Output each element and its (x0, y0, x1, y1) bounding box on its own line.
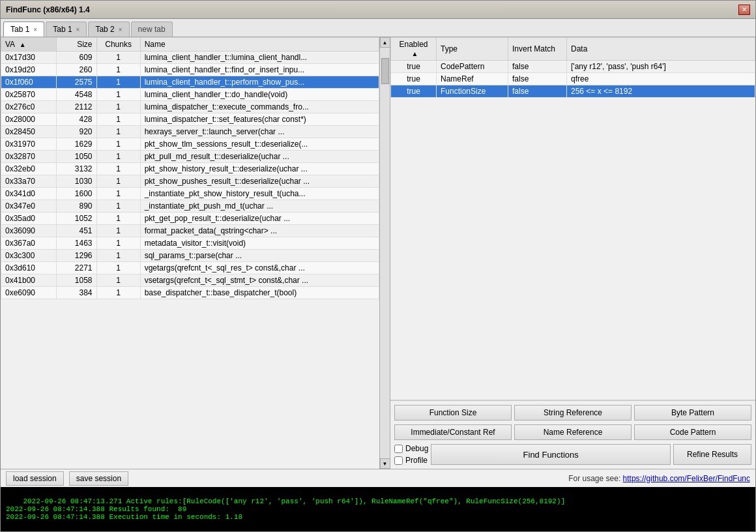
refine-results-button[interactable]: Refine Results (673, 444, 751, 465)
left-cell-size: 1629 (57, 138, 96, 151)
load-session-button[interactable]: load session (6, 471, 64, 486)
left-cell-va: 0x341d0 (1, 188, 57, 200)
left-table: VA ▲ Size Chunks Name 0x17d306091lumina_… (1, 37, 379, 299)
left-cell-size: 428 (57, 113, 96, 126)
col-header-chunks[interactable]: Chunks (96, 38, 140, 52)
left-cell-va: 0x31970 (1, 138, 57, 151)
right-table-row[interactable]: trueCodePatternfalse['any r12', 'pass', … (391, 61, 755, 73)
left-table-row[interactable]: 0x341d016001_instantiate_pkt_show_histor… (1, 188, 379, 200)
left-cell-va: 0x35ad0 (1, 213, 57, 225)
left-table-row[interactable]: 0x17d306091lumina_client_handler_t::lumi… (1, 52, 379, 64)
left-cell-chunks: 1 (96, 225, 140, 237)
left-cell-size: 920 (57, 126, 96, 138)
right-cell-type: NameRef (437, 73, 508, 85)
col-header-size[interactable]: Size (57, 38, 96, 52)
function-size-button[interactable]: Function Size (394, 405, 512, 421)
tab-1-first-close[interactable]: × (33, 26, 37, 33)
left-panel: VA ▲ Size Chunks Name 0x17d306091lumina_… (1, 37, 390, 469)
tab-1-second[interactable]: Tab 1 × (46, 22, 87, 37)
left-cell-va: 0x36090 (1, 225, 57, 237)
right-table-row[interactable]: trueFunctionSizefalse256 <= x <= 8192 (391, 85, 755, 98)
scroll-up-arrow[interactable]: ▲ (380, 37, 390, 48)
right-cell-invert: false (508, 85, 567, 98)
left-cell-name: vsetargs(qrefcnt_t<_sql_stmt_t> const&,c… (140, 274, 379, 287)
scroll-thumb[interactable] (381, 58, 389, 84)
left-cell-chunks: 1 (96, 262, 140, 274)
right-cell-type: CodePattern (437, 61, 508, 73)
col-header-va[interactable]: VA ▲ (1, 38, 57, 52)
left-cell-va: 0x3d610 (1, 262, 57, 274)
left-table-row[interactable]: 0x367a014631metadata_visitor_t::visit(vo… (1, 237, 379, 250)
left-cell-chunks: 1 (96, 76, 140, 89)
col-header-invert[interactable]: Invert Match (508, 38, 567, 61)
immediate-constant-ref-button[interactable]: Immediate/Constant Ref (394, 424, 512, 440)
tab-1-second-close[interactable]: × (76, 26, 80, 33)
save-session-button[interactable]: save session (69, 471, 128, 486)
debug-checkbox[interactable] (394, 445, 403, 453)
left-cell-name: metadata_visitor_t::visit(void) (140, 237, 379, 250)
left-scrollbar[interactable]: ▲ ▼ (379, 37, 390, 469)
left-cell-size: 1600 (57, 188, 96, 200)
left-table-row[interactable]: 0x19d202601lumina_client_handler_t::find… (1, 64, 379, 76)
left-table-row[interactable]: 0x32eb031321pkt_show_history_result_t::d… (1, 163, 379, 175)
col-header-name[interactable]: Name (140, 38, 379, 52)
scroll-down-arrow[interactable]: ▼ (380, 458, 390, 469)
debug-checkbox-label: Debug (394, 444, 428, 453)
left-table-row[interactable]: 0x2587045481lumina_client_handler_t::do_… (1, 89, 379, 101)
left-table-row[interactable]: 0x3197016291pkt_show_tlm_sessions_result… (1, 138, 379, 151)
profile-label: Profile (405, 456, 428, 465)
tab-1-first[interactable]: Tab 1 × (3, 22, 44, 37)
left-cell-chunks: 1 (96, 126, 140, 138)
usage-link[interactable]: https://github.com/FelixBer/FindFunc (623, 474, 750, 483)
left-cell-va: 0x32870 (1, 151, 57, 163)
close-button[interactable]: ✕ (738, 5, 750, 15)
left-cell-chunks: 1 (96, 175, 140, 188)
left-table-row[interactable]: 0x3c30012961sql_params_t::parse(char ... (1, 250, 379, 262)
left-table-row[interactable]: 0x41b0010581vsetargs(qrefcnt_t<_sql_stmt… (1, 274, 379, 287)
col-header-data[interactable]: Data (567, 38, 755, 61)
tab-2[interactable]: Tab 2 × (88, 22, 129, 37)
left-table-row[interactable]: 0x35ad010521pkt_get_pop_result_t::deseri… (1, 213, 379, 225)
left-table-row[interactable]: 0x1f06025751lumina_client_handler_t::per… (1, 76, 379, 89)
left-cell-va: 0x19d20 (1, 64, 57, 76)
col-header-type[interactable]: Type (437, 38, 508, 61)
col-header-enabled[interactable]: Enabled ▲ (391, 38, 437, 61)
right-table-container[interactable]: Enabled ▲ Type Invert Match Data trueCod… (390, 37, 755, 400)
left-cell-va: 0xe6090 (1, 287, 57, 299)
left-cell-chunks: 1 (96, 237, 140, 250)
left-cell-size: 609 (57, 52, 96, 64)
left-cell-chunks: 1 (96, 151, 140, 163)
name-reference-button[interactable]: Name Reference (514, 424, 632, 440)
new-tab-button[interactable]: new tab (131, 22, 173, 37)
left-cell-size: 2112 (57, 101, 96, 113)
right-table-body: trueCodePatternfalse['any r12', 'pass', … (391, 61, 755, 98)
tab-2-close[interactable]: × (119, 26, 123, 33)
left-cell-name: _instantiate_pkt_push_md_t(uchar ... (140, 200, 379, 213)
left-cell-name: _instantiate_pkt_show_history_result_t(u… (140, 188, 379, 200)
byte-pattern-button[interactable]: Byte Pattern (634, 405, 751, 421)
left-cell-va: 0x3c300 (1, 250, 57, 262)
left-table-row[interactable]: 0x284509201hexrays_server_t::launch_serv… (1, 126, 379, 138)
right-table-row[interactable]: trueNameReffalseqfree (391, 73, 755, 85)
left-table-row[interactable]: 0x276c021121lumina_dispatcher_t::execute… (1, 101, 379, 113)
string-reference-button[interactable]: String Reference (514, 405, 632, 421)
left-table-row[interactable]: 0x360904511format_packet_data(_qstring<c… (1, 225, 379, 237)
left-cell-size: 1052 (57, 213, 96, 225)
code-pattern-button[interactable]: Code Pattern (634, 424, 751, 440)
left-cell-size: 1030 (57, 175, 96, 188)
left-table-container[interactable]: VA ▲ Size Chunks Name 0x17d306091lumina_… (1, 37, 379, 469)
left-table-row[interactable]: 0x3d61022711vgetargs(qrefcnt_t<_sql_res_… (1, 262, 379, 274)
left-table-row[interactable]: 0x33a7010301pkt_show_pushes_result_t::de… (1, 175, 379, 188)
left-table-row[interactable]: 0x280004281lumina_dispatcher_t::set_feat… (1, 113, 379, 126)
left-cell-chunks: 1 (96, 287, 140, 299)
right-cell-type: FunctionSize (437, 85, 508, 98)
left-table-row[interactable]: 0xe60903841base_dispatcher_t::base_dispa… (1, 287, 379, 299)
tab-2-label: Tab 2 (95, 25, 114, 34)
left-table-row[interactable]: 0x3287010501pkt_pull_md_result_t::deseri… (1, 151, 379, 163)
left-table-row[interactable]: 0x347e08901_instantiate_pkt_push_md_t(uc… (1, 200, 379, 213)
profile-checkbox[interactable] (394, 456, 403, 465)
find-functions-button[interactable]: Find Functions (431, 444, 671, 465)
left-cell-name: pkt_show_pushes_result_t::deserialize(uc… (140, 175, 379, 188)
left-cell-va: 0x25870 (1, 89, 57, 101)
left-cell-chunks: 1 (96, 188, 140, 200)
